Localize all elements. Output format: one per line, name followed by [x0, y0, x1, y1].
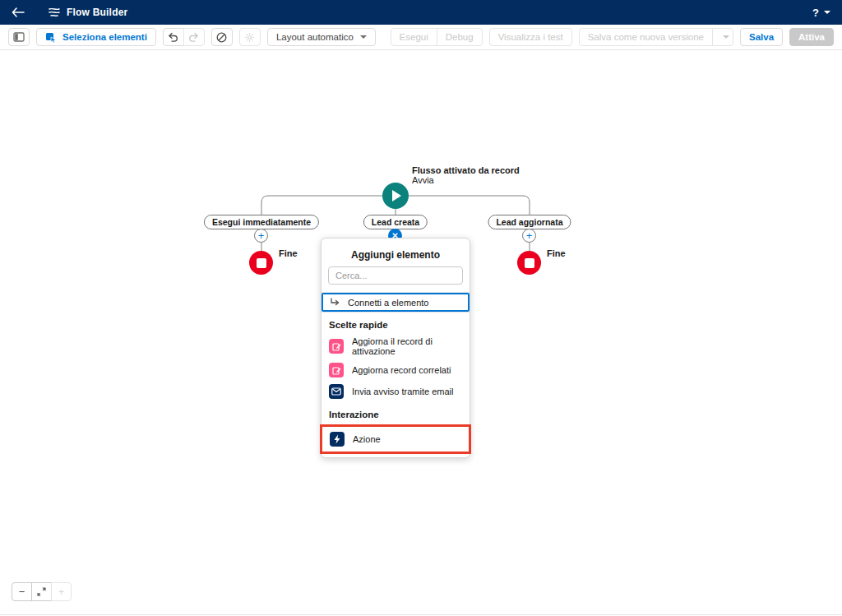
- run-debug-group: Esegui Debug: [391, 28, 483, 46]
- end-node-right-label: Fine: [547, 248, 566, 258]
- zoom-out-button[interactable]: −: [12, 582, 32, 601]
- view-tests-button[interactable]: Visualizza i test: [489, 28, 572, 46]
- start-node[interactable]: [382, 183, 409, 209]
- menu-item-update-related-records[interactable]: Aggiorna record correlati: [322, 359, 470, 381]
- menu-item-label: Aggiorna record correlati: [352, 365, 451, 375]
- back-button[interactable]: [12, 7, 36, 17]
- start-node-action: Avvia: [412, 175, 434, 185]
- section-header-quick-actions: Scelte rapide: [322, 313, 470, 333]
- chevron-down-icon: [824, 11, 830, 14]
- disable-elements-button[interactable]: [211, 28, 233, 46]
- toggle-panel-button[interactable]: [8, 28, 30, 46]
- menu-item-send-email-alert[interactable]: Invia avviso tramite email: [322, 381, 470, 402]
- record-update-icon: [329, 363, 344, 377]
- save-as-group: Salva come nuova versione: [579, 28, 733, 46]
- flow-canvas[interactable]: Flusso attivato da record Avvia Esegui i…: [0, 50, 842, 615]
- chevron-down-icon: [723, 35, 729, 39]
- undo-redo-group: [163, 28, 205, 46]
- save-options-dropdown[interactable]: [712, 28, 733, 46]
- connect-to-element-item[interactable]: Connetti a elemento: [322, 293, 470, 312]
- play-icon: [392, 190, 401, 201]
- chevron-down-icon: [360, 35, 367, 39]
- menu-item-action[interactable]: Azione: [322, 428, 469, 450]
- menu-item-update-triggering-record[interactable]: Aggiorna il record di attivazione: [322, 333, 470, 359]
- header-title-wrap: Flow Builder: [48, 7, 127, 18]
- fit-to-view-button[interactable]: [31, 582, 52, 601]
- undo-button[interactable]: [163, 28, 184, 46]
- flow-builder-icon: [48, 7, 61, 18]
- fit-to-view-icon: [37, 587, 46, 596]
- run-button[interactable]: Esegui: [391, 28, 437, 46]
- menu-item-label: Aggiorna il record di attivazione: [352, 336, 462, 356]
- activate-button[interactable]: Attiva: [789, 28, 834, 46]
- add-element-popup: Aggiungi elemento Connetti a elemento Sc…: [321, 238, 470, 458]
- email-icon: [329, 384, 344, 399]
- end-node-left[interactable]: [249, 251, 273, 275]
- select-elements-icon: [45, 32, 57, 43]
- help-menu[interactable]: ?: [812, 7, 830, 19]
- debug-button[interactable]: Debug: [437, 28, 483, 46]
- layout-dropdown-label: Layout automatico: [276, 32, 354, 42]
- settings-button[interactable]: [239, 28, 261, 46]
- toolbar: Seleziona elementi Layout automatico Ese…: [0, 25, 842, 50]
- redo-button[interactable]: [183, 28, 205, 46]
- save-button[interactable]: Salva: [740, 28, 783, 46]
- branch-pill-run-immediately[interactable]: Esegui immediatamente: [204, 215, 319, 229]
- stop-icon: [257, 258, 266, 268]
- select-elements-label: Seleziona elementi: [62, 32, 147, 42]
- add-element-button-right[interactable]: +: [522, 229, 536, 243]
- zoom-in-button[interactable]: +: [51, 582, 72, 601]
- toolbar-right: Esegui Debug Visualizza i test Salva com…: [391, 28, 834, 46]
- app-header: Flow Builder ?: [0, 0, 842, 25]
- branch-pill-lead-created[interactable]: Lead creata: [363, 215, 428, 229]
- branch-pill-lead-updated[interactable]: Lead aggiornata: [488, 215, 571, 229]
- action-icon: [330, 432, 345, 447]
- connect-arrow-icon: [330, 298, 340, 307]
- stop-icon: [525, 258, 534, 268]
- menu-item-label: Azione: [353, 434, 381, 444]
- popup-title: Aggiungi elemento: [322, 239, 470, 266]
- help-label: ?: [812, 7, 819, 19]
- plus-icon: +: [526, 230, 533, 241]
- section-header-interaction: Interazione: [322, 402, 470, 423]
- menu-item-label: Invia avviso tramite email: [352, 387, 454, 396]
- start-node-type: Flusso attivato da record: [412, 165, 520, 175]
- end-node-left-label: Fine: [279, 248, 298, 258]
- select-elements-button[interactable]: Seleziona elementi: [36, 28, 156, 46]
- page-title: Flow Builder: [67, 7, 127, 18]
- add-element-button-left[interactable]: +: [254, 229, 268, 243]
- zoom-controls: − +: [12, 582, 72, 601]
- search-input[interactable]: [328, 266, 463, 285]
- start-node-label: Flusso attivato da record Avvia: [412, 165, 520, 185]
- save-as-new-version-button[interactable]: Salva come nuova versione: [579, 28, 713, 46]
- connect-to-element-label: Connetti a elemento: [348, 298, 428, 308]
- back-arrow-icon: [12, 7, 25, 17]
- undo-icon: [168, 32, 178, 42]
- panel-toggle-icon: [13, 32, 25, 42]
- annotation-highlight: Azione: [320, 424, 471, 454]
- gear-icon: [244, 32, 255, 43]
- layout-dropdown[interactable]: Layout automatico: [267, 28, 376, 46]
- record-update-icon: [329, 339, 344, 354]
- plus-icon: +: [258, 230, 265, 241]
- end-node-right[interactable]: [517, 251, 541, 275]
- prohibit-icon: [216, 32, 227, 43]
- redo-icon: [188, 32, 199, 42]
